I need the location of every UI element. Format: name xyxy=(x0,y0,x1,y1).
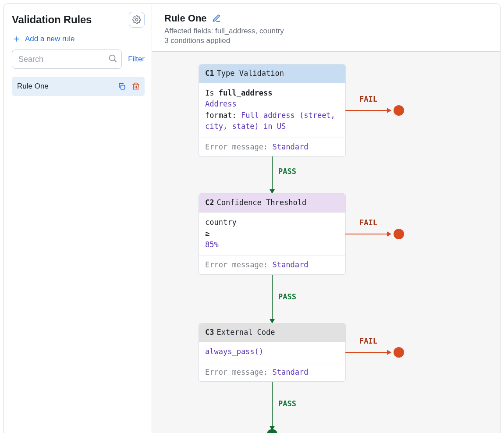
sidebar-title: Validation Rules xyxy=(12,14,92,26)
condition-body: country ≥ 85% xyxy=(199,213,345,256)
rule-list-item[interactable]: Rule One xyxy=(12,77,145,96)
rule-list-item-label: Rule One xyxy=(17,82,49,91)
pass-connector: PASS xyxy=(167,275,377,323)
duplicate-icon[interactable] xyxy=(117,82,126,91)
fail-label: FAIL xyxy=(359,94,377,105)
rule-title: Rule One xyxy=(164,13,207,24)
c1-type: Address xyxy=(205,99,339,110)
settings-button[interactable] xyxy=(129,12,145,28)
fail-branch: FAIL xyxy=(345,105,404,116)
fail-arrow xyxy=(345,352,391,353)
pass-label: PASS xyxy=(278,167,296,176)
error-value: Standard xyxy=(273,142,309,151)
fail-label: FAIL xyxy=(359,336,377,347)
fail-arrow xyxy=(345,234,391,234)
c2-threshold: 85% xyxy=(205,239,339,251)
condition-card-c3[interactable]: C3External Code always_pass() Error mess… xyxy=(199,323,346,382)
sidebar: Validation Rules Add a new rule Filter xyxy=(4,4,152,433)
condition-head: C1Type Validation xyxy=(199,64,345,83)
search-row: Filter xyxy=(12,50,145,69)
rule-list: Rule One xyxy=(12,77,145,96)
fail-branch: FAIL xyxy=(345,229,404,239)
condition-card-c2[interactable]: C2Confidence Threshold country ≥ 85% Err… xyxy=(199,193,346,275)
conditions-count-label: 3 conditions applied xyxy=(164,36,488,45)
error-value: Standard xyxy=(273,260,309,269)
app-frame: Validation Rules Add a new rule Filter xyxy=(4,4,500,433)
condition-body: Is full_address Address format: Full add… xyxy=(199,83,345,138)
flow-canvas[interactable]: C1Type Validation Is full_address Addres… xyxy=(152,52,500,433)
svg-point-1 xyxy=(110,55,115,61)
search-input[interactable] xyxy=(12,50,122,69)
condition-body: always_pass() xyxy=(199,342,345,363)
condition-head: C3External Code xyxy=(199,323,345,342)
error-prefix: Error message: xyxy=(205,368,268,376)
rule-title-row: Rule One xyxy=(164,13,488,24)
condition-head: C2Confidence Threshold xyxy=(199,194,345,213)
pass-label: PASS xyxy=(278,292,296,301)
condition-id: C1 xyxy=(205,69,214,78)
delete-icon[interactable] xyxy=(131,82,140,91)
c2-operator: ≥ xyxy=(205,228,339,239)
edit-icon[interactable] xyxy=(212,14,221,23)
affected-fields-label: Affected fields: full_address, country xyxy=(164,27,488,35)
c1-prefix: Is xyxy=(205,89,214,97)
c1-format-label: format: xyxy=(205,111,237,120)
search-wrap xyxy=(12,50,122,69)
condition-card-c1[interactable]: C1Type Validation Is full_address Addres… xyxy=(199,64,346,156)
fail-branch: FAIL xyxy=(345,347,404,358)
c1-field: full_address xyxy=(219,89,273,97)
gear-icon xyxy=(132,15,141,24)
condition-id: C2 xyxy=(205,198,214,207)
pass-connector: PASS xyxy=(167,156,377,193)
rule-header: Rule One Affected fields: full_address, … xyxy=(152,4,500,52)
fail-terminal-dot xyxy=(394,229,404,239)
filter-button[interactable]: Filter xyxy=(128,55,145,64)
condition-footer: Error message: Standard xyxy=(199,363,345,382)
condition-title: Type Validation xyxy=(217,69,284,78)
condition-title: External Code xyxy=(217,328,275,337)
rule-row-actions xyxy=(117,82,140,91)
condition-id: C3 xyxy=(205,328,214,337)
condition-footer: Error message: Standard xyxy=(199,256,345,274)
add-rule-label: Add a new rule xyxy=(25,35,75,43)
condition-title: Confidence Threshold xyxy=(217,198,306,207)
condition-footer: Error message: Standard xyxy=(199,138,345,156)
main: Rule One Affected fields: full_address, … xyxy=(152,4,500,433)
add-rule-button[interactable]: Add a new rule xyxy=(12,33,145,44)
search-icon xyxy=(108,53,117,65)
sidebar-header: Validation Rules xyxy=(12,12,145,28)
fail-arrow xyxy=(345,110,391,111)
pass-label: PASS xyxy=(278,399,296,408)
plus-icon xyxy=(13,35,21,43)
pass-arrow xyxy=(272,275,273,323)
c2-field: country xyxy=(205,217,339,228)
pass-connector: PASS xyxy=(167,382,377,430)
svg-point-0 xyxy=(135,18,138,21)
c3-expression: always_pass() xyxy=(205,346,339,358)
error-value: Standard xyxy=(273,368,309,376)
error-prefix: Error message: xyxy=(205,260,268,269)
svg-rect-2 xyxy=(121,85,125,89)
fail-terminal-dot xyxy=(394,105,404,116)
fail-label: FAIL xyxy=(359,217,377,229)
flow-column: C1Type Validation Is full_address Addres… xyxy=(167,64,377,433)
pass-arrow xyxy=(272,382,273,430)
pass-arrow xyxy=(272,156,273,193)
fail-terminal-dot xyxy=(394,347,404,358)
error-prefix: Error message: xyxy=(205,142,268,151)
